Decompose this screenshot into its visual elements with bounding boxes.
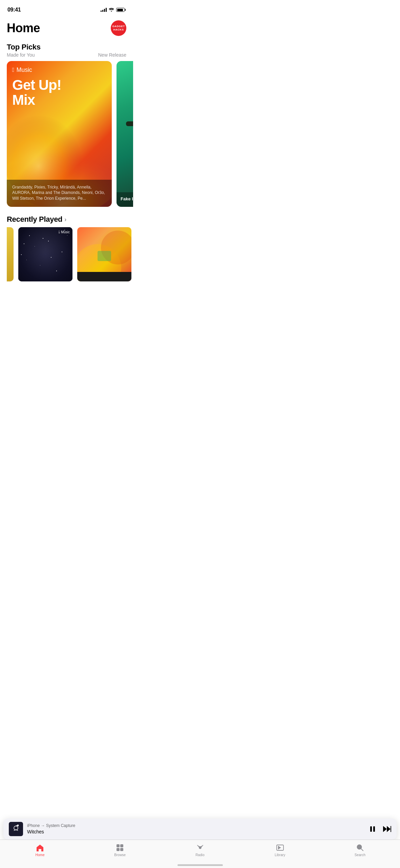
- signal-icon: [101, 8, 107, 12]
- svg-rect-11: [98, 251, 111, 261]
- apple-music-badge-text: Music: [61, 230, 70, 234]
- top-picks-subtitle-row: Made for You New Release: [0, 52, 133, 61]
- recently-played-title: Recently Played: [7, 215, 62, 224]
- card-description-overlay: Grandaddy, Pixies, Tricky, Mïrändä, Anne…: [7, 180, 112, 207]
- recently-played-header[interactable]: Recently Played ›: [0, 207, 133, 227]
- badge-line2: HACKS: [113, 28, 124, 32]
- status-icons: [101, 7, 126, 13]
- new-release-card[interactable]: Fake Is T...: [117, 61, 133, 207]
- card-title: Get Up! Mix: [12, 78, 106, 107]
- badge-line1: GADGET: [112, 25, 125, 28]
- apple-music-logo:  Music: [12, 66, 106, 74]
- gadget-hacks-badge[interactable]: GADGET HACKS: [111, 20, 126, 36]
- apple-music-text: Music: [17, 66, 32, 74]
- recent-card-warm[interactable]: [77, 227, 131, 281]
- svg-rect-5: [126, 121, 133, 126]
- person-figure: [117, 95, 133, 190]
- recent-card-night[interactable]:  Music: [18, 227, 72, 281]
- battery-icon: [116, 8, 126, 12]
- get-up-mix-card[interactable]:  Music Get Up! Mix Grandaddy, Pixies, T…: [7, 61, 112, 207]
- status-time: 09:41: [7, 7, 21, 13]
- apple-music-badge-night:  Music: [59, 230, 70, 234]
- second-card-overlay: Fake Is T...: [117, 192, 133, 207]
- second-card-title: Fake Is T...: [121, 196, 133, 202]
- wifi-icon: [109, 7, 114, 13]
- stars-background: [18, 227, 72, 281]
- apple-logo: : [12, 66, 15, 74]
- made-for-you-label: Made for You: [7, 52, 35, 58]
- page-title: Home: [7, 21, 40, 35]
- recent-card-partial[interactable]: [7, 227, 14, 281]
- recently-played-scroll[interactable]:  Music: [0, 227, 133, 281]
- top-picks-header: Top Picks: [0, 40, 133, 52]
- top-picks-scroll[interactable]:  Music Get Up! Mix Grandaddy, Pixies, T…: [0, 61, 133, 207]
- top-picks-title: Top Picks: [7, 43, 41, 51]
- card-top-content:  Music Get Up! Mix: [12, 66, 106, 107]
- recently-played-chevron: ›: [64, 216, 66, 223]
- page-header: Home GADGET HACKS: [0, 17, 133, 40]
- new-release-label: New Release: [98, 52, 126, 58]
- status-bar: 09:41: [0, 0, 133, 17]
- card-description: Grandaddy, Pixies, Tricky, Mïrändä, Anne…: [12, 184, 106, 201]
